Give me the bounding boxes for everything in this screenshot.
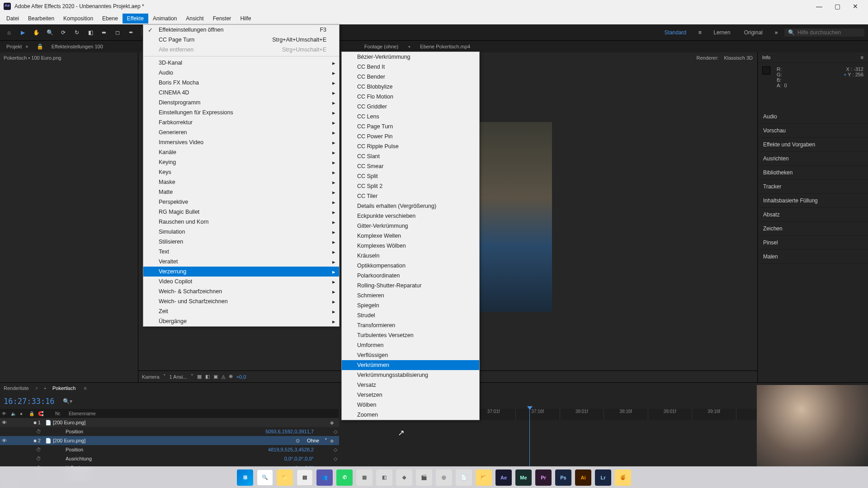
- tab-effekteinstellungen[interactable]: Effekteinstellungen 100: [45, 42, 109, 51]
- effect-category-item[interactable]: Video Copilot▸: [143, 277, 339, 286]
- distort-effect-item[interactable]: Wölben: [342, 400, 479, 410]
- info-panel-header[interactable]: Info≡: [758, 52, 868, 63]
- distort-effect-item[interactable]: Gitter-Verkrümmung: [342, 221, 479, 231]
- keyframe-diamond-icon[interactable]: ◆: [330, 438, 337, 444]
- help-search-input[interactable]: [797, 29, 861, 36]
- distort-effect-item[interactable]: CC Bender: [342, 72, 479, 82]
- effect-category-item[interactable]: RG Magic Bullet▸: [143, 207, 339, 217]
- mask-toggle-icon[interactable]: ◧: [205, 374, 210, 380]
- effect-category-item[interactable]: Maske▸: [143, 177, 339, 187]
- workspace-menu-icon[interactable]: ≡: [694, 27, 705, 38]
- menu-last-effect[interactable]: CC Page TurnStrg+Alt+Umschalt+E: [143, 35, 339, 45]
- panel-item[interactable]: Malen: [758, 250, 868, 264]
- menu-ansicht[interactable]: Ansicht: [181, 14, 208, 23]
- whatsapp-icon[interactable]: ✆: [336, 469, 353, 486]
- menu-bearbeiten[interactable]: Bearbeiten: [24, 14, 59, 23]
- tab-renderliste[interactable]: Renderliste: [4, 385, 29, 391]
- close-button[interactable]: ✕: [846, 0, 864, 12]
- effect-category-item[interactable]: Einstellungen für Expressions▸: [143, 108, 339, 117]
- folder-icon[interactable]: 🍯: [615, 469, 631, 486]
- panel-item[interactable]: Vorschau: [758, 124, 868, 138]
- eye-icon[interactable]: 👁: [2, 420, 8, 425]
- maximize-button[interactable]: ▢: [828, 0, 846, 12]
- distort-effect-item[interactable]: CC Blobbylize: [342, 82, 479, 92]
- distort-effect-item[interactable]: Verflüssigen: [342, 350, 479, 360]
- keyframe-diamond-icon[interactable]: ◆: [330, 420, 337, 426]
- effect-category-item[interactable]: Kanäle▸: [143, 147, 339, 157]
- after-effects-icon[interactable]: Ae: [495, 469, 512, 486]
- effect-category-item[interactable]: Veraltet▸: [143, 257, 339, 267]
- premiere-icon[interactable]: Pr: [535, 469, 552, 486]
- effect-category-item[interactable]: Immersives Video▸: [143, 137, 339, 147]
- menu-remove-all[interactable]: Alle entfernenStrg+Umschalt+E: [143, 45, 339, 55]
- distort-effect-item[interactable]: Details erhalten (Vergrößerung): [342, 201, 479, 211]
- distort-effect-item[interactable]: Kräuseln: [342, 251, 479, 261]
- distort-effect-item[interactable]: Verkrümmen: [342, 360, 479, 370]
- minimize-button[interactable]: —: [810, 0, 828, 12]
- shape-tool-icon[interactable]: ◻: [112, 27, 123, 38]
- photoshop-icon[interactable]: Ps: [555, 469, 571, 486]
- app-icon[interactable]: ◎: [436, 469, 452, 486]
- taskbar-search-icon[interactable]: 🔍: [257, 469, 273, 486]
- menu-open-effect-settings[interactable]: ✓Effekteinstellungen öffnenF3: [143, 25, 339, 35]
- panel-item[interactable]: Audio: [758, 110, 868, 124]
- effect-category-item[interactable]: Weich- & Scharfzeichnen▸: [143, 286, 339, 296]
- tab-pokertisch[interactable]: Pokertisch: [52, 385, 75, 391]
- blend-mode[interactable]: Ohne: [307, 438, 319, 443]
- lock-icon[interactable]: 🔒: [37, 43, 43, 50]
- effect-category-item[interactable]: CINEMA 4D▸: [143, 88, 339, 98]
- app-icon[interactable]: ◆: [396, 469, 412, 486]
- tab-projekt[interactable]: Projekt×: [0, 42, 35, 51]
- distort-effect-item[interactable]: CC Ripple Pulse: [342, 141, 479, 151]
- effect-category-item[interactable]: Keys▸: [143, 167, 339, 177]
- panel-menu-icon[interactable]: ≡: [861, 55, 863, 60]
- effect-category-item[interactable]: Zeit▸: [143, 306, 339, 316]
- effect-category-item[interactable]: Rauschen und Korn▸: [143, 217, 339, 227]
- illustrator-icon[interactable]: Ai: [575, 469, 591, 486]
- effect-category-item[interactable]: Text▸: [143, 247, 339, 257]
- home-icon[interactable]: ⌂: [4, 27, 14, 38]
- layer-row[interactable]: 👁■ 1📄 [200 Euro.png]◆: [0, 418, 339, 427]
- tab-ebene[interactable]: Ebene Pokertisch.mp4: [414, 42, 476, 51]
- property-row[interactable]: ⏱Position4819,9,525,3,4528,2◇: [0, 445, 339, 454]
- panel-item[interactable]: Absatz: [758, 208, 868, 222]
- menu-effekte[interactable]: Effekte: [123, 14, 148, 23]
- app-icon[interactable]: 📄: [456, 469, 472, 486]
- distort-effect-item[interactable]: CC Flo Motion: [342, 92, 479, 102]
- region-icon[interactable]: ▣: [213, 374, 218, 380]
- chevron-down-icon[interactable]: ˅: [191, 374, 193, 380]
- task-view-icon[interactable]: ▤: [297, 469, 313, 486]
- keyframe-nav-icon[interactable]: ◇: [334, 429, 337, 435]
- panel-item[interactable]: Inhaltsbasierte Füllung: [758, 194, 868, 208]
- effect-category-item[interactable]: Keying▸: [143, 157, 339, 167]
- effect-category-item[interactable]: Simulation▸: [143, 227, 339, 237]
- camera-dropdown[interactable]: Kamera: [142, 374, 160, 380]
- orbit-tool-icon[interactable]: ⟳: [58, 27, 69, 38]
- distort-submenu[interactable]: Bézier-VerkrümmungCC Bend ItCC BenderCC …: [341, 52, 480, 420]
- workspace-more-icon[interactable]: »: [771, 27, 782, 38]
- app-icon[interactable]: ▦: [356, 469, 373, 486]
- folder-icon[interactable]: 📂: [476, 469, 492, 486]
- distort-effect-item[interactable]: Schmieren: [342, 291, 479, 300]
- start-button[interactable]: ⊞: [237, 469, 253, 486]
- effect-category-item[interactable]: Übergänge▸: [143, 316, 339, 326]
- distort-effect-item[interactable]: Komplexe Wellen: [342, 231, 479, 241]
- menu-fenster[interactable]: Fenster: [208, 14, 236, 23]
- exposure-value[interactable]: +0,0: [236, 374, 246, 380]
- app-icon[interactable]: 🎬: [416, 469, 432, 486]
- panel-item[interactable]: Bibliotheken: [758, 166, 868, 180]
- app-icon[interactable]: ◧: [376, 469, 392, 486]
- effects-menu-dropdown[interactable]: ✓Effekteinstellungen öffnenF3 CC Page Tu…: [143, 24, 340, 327]
- menu-ebene[interactable]: Ebene: [98, 14, 123, 23]
- panel-item[interactable]: Tracker: [758, 180, 868, 194]
- panel-item[interactable]: Pinsel: [758, 236, 868, 250]
- distort-effect-item[interactable]: Komplexes Wölben: [342, 241, 479, 251]
- distort-effect-item[interactable]: Versatz: [342, 380, 479, 390]
- file-explorer-icon[interactable]: 📁: [277, 469, 293, 486]
- stopwatch-icon[interactable]: ⏱: [36, 447, 41, 452]
- stopwatch-icon[interactable]: ⏱: [36, 456, 41, 461]
- distort-effect-item[interactable]: Optikkompensation: [342, 261, 479, 271]
- property-row[interactable]: ⏱Ausrichtung0,0°,0,0°,0,0°◇: [0, 454, 339, 463]
- hand-tool-icon[interactable]: ✋: [31, 27, 42, 38]
- tab-footage[interactable]: Footage (ohne): [358, 42, 405, 51]
